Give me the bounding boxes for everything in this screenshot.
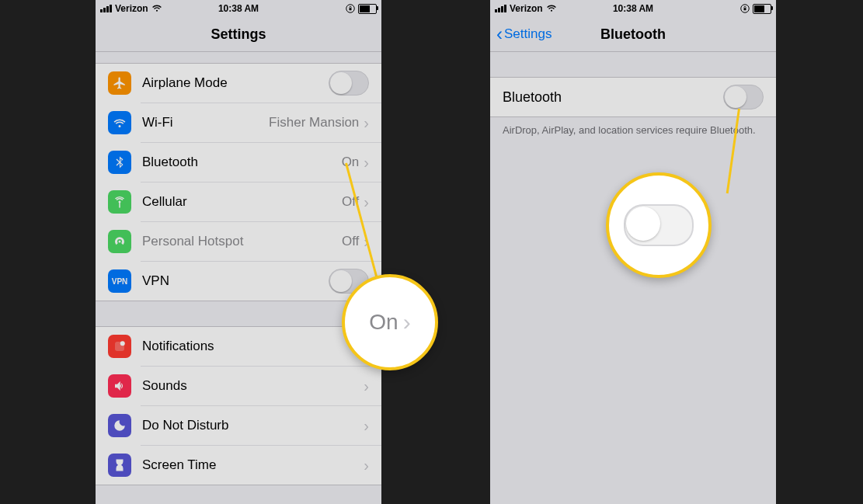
back-label: Settings [504,26,552,42]
row-value: Off [342,234,359,249]
airplane-toggle[interactable] [329,71,369,96]
row-label: Cellular [142,194,342,210]
row-label: Personal Hotspot [142,234,342,249]
row-sounds[interactable]: Sounds › [141,366,381,405]
battery-icon [753,4,771,14]
chevron-right-icon: › [364,418,369,433]
row-label: Airplane Mode [142,75,329,91]
screentime-row-icon [108,454,131,477]
row-notifications[interactable]: Notifications › [96,327,381,366]
airplane-icon [108,71,131,95]
chevron-right-icon: › [403,309,411,335]
hotspot-row-icon [108,230,131,253]
row-wifi[interactable]: Wi-Fi Fisher Mansion › [141,103,381,142]
page-title: Settings [211,26,266,43]
row-bluetooth[interactable]: Bluetooth On › [141,142,381,182]
wifi-row-icon [108,111,131,134]
row-vpn[interactable]: VPN VPN [141,261,381,301]
status-time: 10:38 AM [490,3,776,14]
dnd-row-icon [108,414,131,437]
row-label: Sounds [142,378,364,394]
chevron-right-icon: › [364,378,369,394]
row-label: Notifications [142,339,364,354]
row-label: Screen Time [142,457,364,473]
back-button[interactable]: ‹ Settings [496,25,552,43]
notifications-row-icon [108,335,131,358]
row-personal-hotspot[interactable]: Personal Hotspot Off › [141,221,381,261]
row-bluetooth-master[interactable]: Bluetooth [490,77,776,117]
settings-group-network: Airplane Mode Wi-Fi Fisher Mansion › Blu… [96,63,381,301]
battery-icon [358,4,377,14]
nav-bar: Settings [96,17,381,52]
cellular-row-icon [108,190,131,214]
row-label: Wi-Fi [142,115,269,130]
chevron-right-icon: › [364,155,369,170]
status-bar: Verizon 10:38 AM [490,0,776,17]
row-label: Do Not Disturb [142,418,364,433]
row-label: Bluetooth [142,155,342,170]
row-value: On [342,155,360,170]
nav-bar: ‹ Settings Bluetooth [490,17,776,52]
row-cellular[interactable]: Cellular Off › [141,182,381,221]
bluetooth-toggle[interactable] [723,85,764,109]
row-value: Fisher Mansion [269,115,359,130]
status-time: 10:38 AM [96,3,381,14]
vpn-row-icon: VPN [108,269,131,293]
row-airplane-mode[interactable]: Airplane Mode [96,64,381,103]
row-label: Bluetooth [503,89,723,106]
chevron-right-icon: › [364,115,369,130]
magnifier-bluetooth-on: On › [342,274,438,370]
chevron-right-icon: › [364,194,369,210]
settings-group-general: Notifications › Sounds › Do Not Disturb … [96,326,381,485]
settings-screen: Verizon 10:38 AM Settings Airplane Mode … [96,0,381,504]
bluetooth-row-icon [108,151,131,174]
chevron-left-icon: ‹ [496,25,503,43]
status-bar: Verizon 10:38 AM [96,0,381,17]
row-do-not-disturb[interactable]: Do Not Disturb › [141,405,381,445]
chevron-right-icon: › [364,457,369,473]
magnified-value: On [369,310,398,335]
svg-point-3 [120,341,125,346]
sounds-row-icon [108,374,131,398]
page-title: Bluetooth [600,26,666,43]
magnifier-bluetooth-toggle [606,172,712,278]
row-screen-time[interactable]: Screen Time › [141,445,381,485]
row-label: VPN [142,273,329,289]
magnified-toggle [624,204,694,246]
